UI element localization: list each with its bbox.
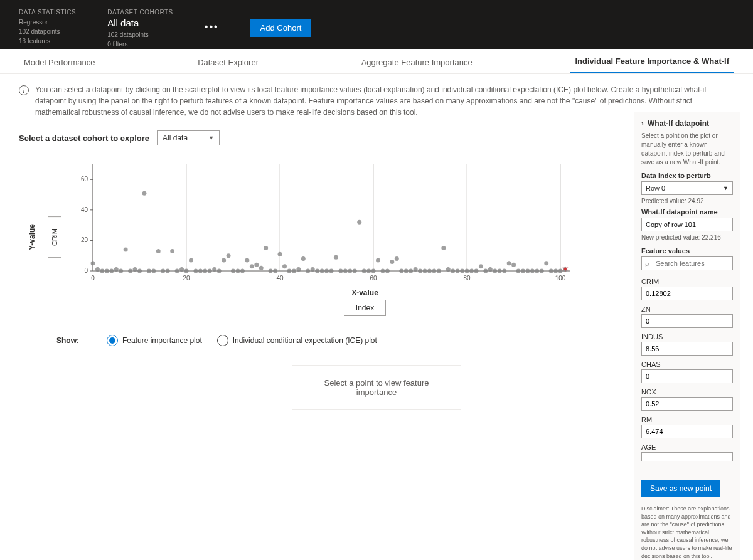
svg-point-39 xyxy=(170,249,174,253)
svg-point-76 xyxy=(343,269,348,273)
cohort-select-label: Select a dataset cohort to explore xyxy=(19,134,149,143)
cohort-select-dropdown[interactable]: All data ▼ xyxy=(157,130,220,145)
svg-point-83 xyxy=(376,258,380,263)
svg-point-84 xyxy=(380,269,385,273)
svg-point-77 xyxy=(348,269,352,273)
x-axis-label: X-value xyxy=(74,288,656,297)
svg-text:60: 60 xyxy=(81,176,88,182)
svg-point-67 xyxy=(301,256,306,261)
svg-text:✶: ✶ xyxy=(562,264,569,274)
svg-point-104 xyxy=(474,269,479,273)
svg-point-44 xyxy=(193,269,198,273)
tab-aggregate-importance[interactable]: Aggregate Feature Importance xyxy=(356,58,478,73)
svg-point-111 xyxy=(507,261,511,265)
chevron-down-icon: ▼ xyxy=(208,135,214,141)
save-as-new-point-button[interactable]: Save as new point xyxy=(641,480,720,497)
tab-individual-importance[interactable]: Individual Feature Importance & What-If xyxy=(570,56,734,73)
svg-point-96 xyxy=(437,269,441,273)
svg-point-117 xyxy=(535,269,539,273)
svg-point-69 xyxy=(311,267,315,272)
data-statistics: DATA STATISTICS Regressor 102 datapoints… xyxy=(19,9,76,46)
search-icon: ⌕ xyxy=(645,260,649,267)
feature-search-input[interactable] xyxy=(641,256,733,270)
feature-input-age[interactable] xyxy=(641,452,733,461)
stats-line: 102 datapoints xyxy=(19,27,76,36)
svg-text:20: 20 xyxy=(81,236,88,243)
svg-point-68 xyxy=(306,269,310,273)
more-dots-icon[interactable]: ••• xyxy=(205,21,219,33)
tab-dataset-explorer[interactable]: Dataset Explorer xyxy=(193,58,264,73)
svg-point-116 xyxy=(530,269,535,273)
y-axis-label: Y-value xyxy=(28,224,36,250)
tab-model-performance[interactable]: Model Performance xyxy=(19,58,100,73)
svg-point-85 xyxy=(385,269,390,273)
svg-point-98 xyxy=(446,267,451,272)
feature-input-rm[interactable] xyxy=(641,425,733,438)
svg-point-22 xyxy=(91,261,95,265)
whatif-desc: Select a point on the plot or manually e… xyxy=(641,132,733,167)
svg-point-30 xyxy=(128,269,132,273)
radio-label: Feature importance plot xyxy=(122,336,202,345)
svg-point-90 xyxy=(409,269,413,273)
svg-point-29 xyxy=(124,248,128,252)
feature-input-indus[interactable] xyxy=(641,342,733,356)
svg-point-80 xyxy=(362,269,366,273)
cohorts-title: DATASET COHORTS xyxy=(107,9,173,16)
cohorts-line: 0 filters xyxy=(107,40,173,49)
feature-label: CRIM xyxy=(641,278,733,285)
svg-point-27 xyxy=(114,267,119,272)
svg-point-109 xyxy=(498,269,502,273)
svg-point-59 xyxy=(264,246,268,250)
feature-input-crim[interactable] xyxy=(641,287,733,300)
tab-bar: Model Performance Dataset Explorer Aggre… xyxy=(0,49,753,74)
index-dropdown[interactable]: Row 0 ▼ xyxy=(641,181,733,195)
svg-point-94 xyxy=(427,269,432,273)
scatter-chart[interactable]: 0204060801000204060✶ xyxy=(74,158,656,283)
feature-input-zn[interactable] xyxy=(641,314,733,328)
radio-ice-plot[interactable]: Individual conditional expectation (ICE)… xyxy=(217,335,377,346)
svg-point-71 xyxy=(320,269,324,273)
info-icon: i xyxy=(19,85,29,95)
info-row: i You can select a datapoint by clicking… xyxy=(19,84,734,118)
svg-point-106 xyxy=(483,269,488,273)
y-axis-selector[interactable]: CRIM xyxy=(48,216,61,258)
svg-point-88 xyxy=(399,269,403,273)
whatif-name-input[interactable] xyxy=(641,218,733,231)
plot-area: Y-value CRIM 0204060801000204060✶ X-valu… xyxy=(19,158,734,316)
svg-point-26 xyxy=(109,269,114,273)
svg-point-108 xyxy=(493,269,497,273)
whatif-panel-toggle[interactable]: › What-If datapoint xyxy=(641,119,733,128)
svg-point-66 xyxy=(296,267,301,272)
svg-point-50 xyxy=(222,258,226,263)
svg-text:40: 40 xyxy=(277,275,284,282)
svg-point-37 xyxy=(161,269,165,273)
svg-point-81 xyxy=(366,269,371,273)
feature-input-nox[interactable] xyxy=(641,397,733,411)
x-axis-selector[interactable]: Index xyxy=(344,300,386,316)
svg-point-102 xyxy=(465,269,469,273)
feature-input-chas[interactable] xyxy=(641,369,733,383)
svg-point-114 xyxy=(521,269,525,273)
feature-label: ZN xyxy=(641,305,733,313)
cohorts-main: All data xyxy=(107,18,173,28)
radio-feature-importance[interactable]: Feature importance plot xyxy=(107,335,202,346)
add-cohort-button[interactable]: Add Cohort xyxy=(250,19,312,37)
svg-point-43 xyxy=(189,258,193,263)
svg-point-55 xyxy=(245,258,249,263)
cohorts-line: 102 datapoints xyxy=(107,30,173,40)
stats-line: Regressor xyxy=(19,18,76,27)
svg-point-99 xyxy=(451,269,455,273)
stats-title: DATA STATISTICS xyxy=(19,9,76,16)
svg-text:0: 0 xyxy=(84,267,88,274)
svg-point-40 xyxy=(175,269,179,273)
svg-point-42 xyxy=(184,269,189,273)
svg-point-41 xyxy=(179,267,184,272)
svg-point-25 xyxy=(105,269,109,273)
svg-point-93 xyxy=(423,269,427,273)
svg-point-113 xyxy=(516,269,521,273)
index-value: Row 0 xyxy=(646,184,665,192)
svg-point-75 xyxy=(338,269,343,273)
cohort-select-row: Select a dataset cohort to explore All d… xyxy=(19,130,734,145)
svg-point-91 xyxy=(414,267,418,272)
svg-point-100 xyxy=(456,269,460,273)
